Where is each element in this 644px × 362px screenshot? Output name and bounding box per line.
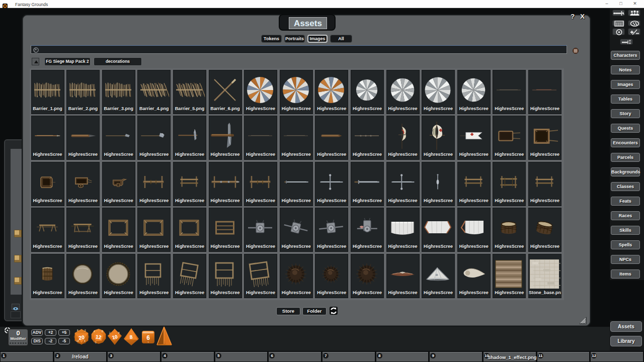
- svg-text:20: 20: [78, 334, 85, 341]
- svg-text:12: 12: [95, 333, 102, 340]
- svg-text:6: 6: [146, 334, 150, 341]
